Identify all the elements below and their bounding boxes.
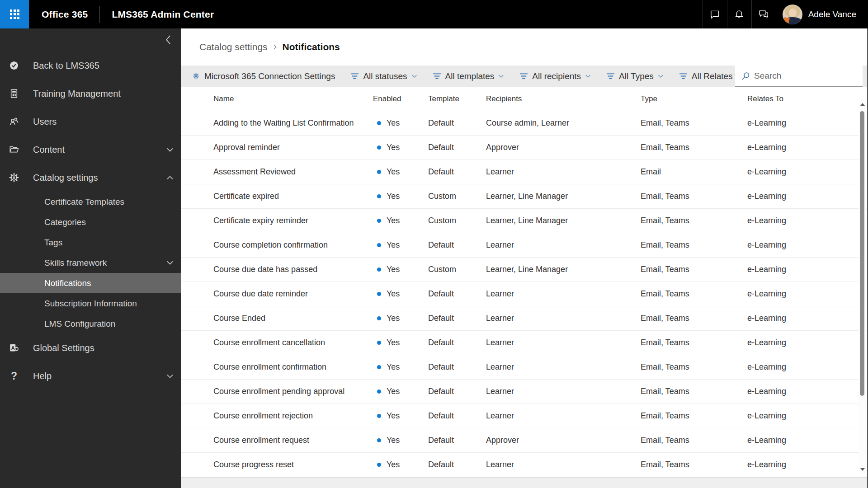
chat-button[interactable]: [703, 0, 727, 28]
cell-name: Certificate expiry reminder: [213, 216, 373, 225]
breadcrumb-parent[interactable]: Catalog settings: [199, 42, 268, 52]
cell-enabled: Yes: [373, 240, 428, 250]
cell-type: Email, Teams: [641, 289, 747, 299]
cell-name: Assessment Reviewed: [213, 167, 373, 177]
sidebar-item-subscription-information[interactable]: Subscription Information: [0, 293, 181, 314]
sidebar-item-back-to-lms365[interactable]: Back to LMS365: [0, 52, 181, 80]
search-icon: [741, 71, 750, 80]
column-header-recipients[interactable]: Recipients: [486, 94, 641, 103]
table-body: Adding to the Waiting List Confirmation …: [181, 111, 868, 477]
filter-all-recipients[interactable]: All recipients: [519, 71, 591, 81]
sidebar-item-help[interactable]: ? Help: [0, 362, 181, 390]
triangle-up-icon: [860, 103, 865, 106]
scroll-up-button[interactable]: [859, 101, 866, 108]
sidebar-collapse-button[interactable]: [162, 34, 174, 46]
table-row[interactable]: Course enrollment request Yes Default Ap…: [181, 428, 868, 453]
column-header-relates-to[interactable]: Relates To: [747, 94, 868, 103]
sidebar-item-label: Training Management: [33, 89, 121, 99]
chevron-right-icon: [273, 44, 277, 50]
table-row[interactable]: Course enrollment rejection Yes Default …: [181, 404, 868, 428]
cell-enabled: Yes: [373, 460, 428, 469]
table-row[interactable]: Course progress reset Yes Default Learne…: [181, 453, 868, 477]
cell-enabled: Yes: [373, 118, 428, 128]
sidebar-item-lms-configuration[interactable]: LMS Configuration: [0, 314, 181, 334]
cell-type: Email, Teams: [641, 118, 747, 128]
column-header-name[interactable]: Name: [213, 94, 373, 103]
cell-relates-to: e-Learning: [747, 460, 868, 469]
gear-icon: [8, 172, 20, 183]
chevron-down-icon: [166, 374, 174, 379]
cell-enabled: Yes: [373, 265, 428, 274]
sidebar-item-label: Global Settings: [33, 343, 94, 353]
enabled-dot-icon: [377, 438, 381, 442]
table-header: NameEnabledTemplateRecipientsTypeRelates…: [181, 87, 868, 111]
app-title: LMS365 Admin Center: [112, 9, 214, 20]
sidebar-item-certificate-templates[interactable]: Certificate Templates: [0, 192, 181, 212]
sidebar-item-label: Catalog settings: [33, 173, 98, 183]
table-row[interactable]: Assessment Reviewed Yes Default Learner …: [181, 160, 868, 184]
cell-type: Email, Teams: [641, 338, 747, 347]
sidebar: Back to LMS365 Training Management Users…: [0, 28, 181, 488]
enabled-dot-icon: [377, 463, 381, 467]
cell-type: Email: [641, 167, 747, 177]
sidebar-subitem-label: Tags: [44, 238, 62, 248]
column-header-enabled[interactable]: Enabled: [373, 94, 428, 103]
sidebar-item-label: Content: [33, 145, 65, 155]
table-row[interactable]: Course enrollment cancellation Yes Defau…: [181, 331, 868, 355]
enabled-dot-icon: [377, 170, 381, 174]
sidebar-item-training-management[interactable]: Training Management: [0, 80, 181, 108]
table-row[interactable]: Approval reminder Yes Default Approver E…: [181, 136, 868, 160]
column-header-type[interactable]: Type: [641, 94, 747, 103]
cell-recipients: Approver: [486, 436, 641, 445]
cell-type: Email, Teams: [641, 265, 747, 274]
sidebar-subitem-label: LMS Configuration: [44, 319, 115, 329]
cell-template: Default: [428, 436, 486, 445]
scroll-down-button[interactable]: [859, 466, 866, 473]
sidebar-item-categories[interactable]: Categories: [0, 212, 181, 232]
sidebar-item-users[interactable]: Users: [0, 108, 181, 136]
table-row[interactable]: Course enrollment pending approval Yes D…: [181, 380, 868, 404]
sidebar-subitem-label: Notifications: [44, 278, 91, 288]
filter-all-statuses[interactable]: All statuses: [350, 71, 417, 81]
sidebar-item-skills-framework[interactable]: Skills framework: [0, 253, 181, 273]
m365-connection-settings-button[interactable]: Microsoft 365 Connection Settings: [192, 71, 335, 81]
account-menu[interactable]: Adele Vance: [776, 0, 868, 28]
sidebar-item-catalog-settings[interactable]: Catalog settings: [0, 164, 181, 192]
table-row[interactable]: Certificate expired Yes Custom Learner, …: [181, 184, 868, 209]
table-row[interactable]: Course completion confirmation Yes Defau…: [181, 233, 868, 258]
sidebar-item-global-settings[interactable]: A Global Settings: [0, 334, 181, 362]
table-row[interactable]: Course due date reminder Yes Default Lea…: [181, 282, 868, 306]
table-row[interactable]: Course Ended Yes Default Learner Email, …: [181, 306, 868, 331]
chat-icon: [709, 9, 721, 20]
cell-type: Email, Teams: [641, 460, 747, 469]
cell-recipients: Learner: [486, 362, 641, 372]
table-row[interactable]: Course enrollment confirmation Yes Defau…: [181, 355, 868, 380]
enabled-dot-icon: [377, 243, 381, 247]
table-row[interactable]: Adding to the Waiting List Confirmation …: [181, 111, 868, 136]
table-row[interactable]: Course due date has passed Yes Custom Le…: [181, 258, 868, 282]
table-row[interactable]: Certificate expiry reminder Yes Custom L…: [181, 209, 868, 233]
notifications-button[interactable]: [727, 0, 751, 28]
app-launcher-button[interactable]: [0, 0, 29, 28]
cell-template: Default: [428, 362, 486, 372]
cell-type: Email, Teams: [641, 362, 747, 372]
top-bar: Office 365 LMS365 Admin Center Adele Van…: [0, 0, 868, 28]
filter-all-types[interactable]: All Types: [606, 71, 664, 81]
sidebar-item-tags[interactable]: Tags: [0, 232, 181, 253]
sidebar-item-label: Help: [33, 371, 52, 381]
cell-name: Course due date reminder: [213, 289, 373, 299]
sidebar-item-content[interactable]: Content: [0, 136, 181, 164]
filter-all-templates[interactable]: All templates: [432, 71, 505, 81]
column-header-template[interactable]: Template: [428, 94, 486, 103]
search-input[interactable]: [754, 71, 854, 81]
scrollbar-thumb[interactable]: [860, 111, 864, 396]
cell-relates-to: e-Learning: [747, 143, 868, 152]
cell-name: Course completion confirmation: [213, 240, 373, 250]
sidebar-nav: Back to LMS365 Training Management Users…: [0, 28, 181, 390]
sidebar-item-notifications[interactable]: Notifications: [0, 273, 181, 293]
feedback-button[interactable]: [751, 0, 776, 28]
training-icon: [8, 88, 20, 99]
cell-relates-to: e-Learning: [747, 314, 868, 323]
filter-lines-icon: [519, 72, 528, 80]
cell-relates-to: e-Learning: [747, 289, 868, 299]
